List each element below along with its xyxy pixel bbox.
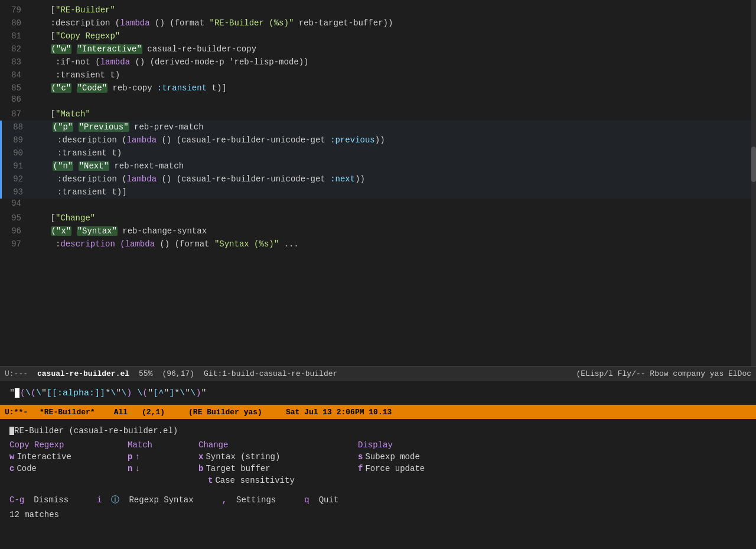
line-content: :if-not (lambda () (derived-mode-p 'reb-… [31,56,756,69]
key-n[interactable]: n [128,464,132,473]
code-line: 84 :transient t) [0,69,756,82]
arrow-up: ↑ [135,452,139,462]
quote-open: " [9,388,15,398]
code-line: 95 ["Change" [0,212,756,225]
line-content: :description (lambda () (format "RE-Buil… [31,17,756,30]
line-content: :description (lambda () (format "Syntax … [31,238,756,251]
rb-minor-modes: (RE Builder yas) [188,408,262,417]
line-content: :transient t) [32,147,756,160]
code-line: 86 [0,95,756,108]
key-s[interactable]: s [358,452,363,462]
key-x[interactable]: x [198,452,203,462]
desc-target: Target buffer [206,464,270,473]
key-i[interactable]: i [97,495,102,505]
section-copy-regexp: Copy Regexp [9,440,128,450]
desc-code: Code [17,464,37,473]
line-content: ("w" "Interactive" casual-re-builder-cop… [31,43,756,56]
regex-text: "(\(\"[[:alpha:]]*\"\) \("[^"]*\"\)" [9,388,206,398]
key-cg[interactable]: C-g [9,495,24,505]
line-number: 86 [0,95,31,104]
desc-settings: Settings [236,495,276,505]
matches-count: 12 matches [9,509,747,519]
line-content: ["Change" [31,212,756,225]
code-line: 89 :description (lambda () (casual-re-bu… [0,134,756,147]
cursor-block [9,427,14,435]
line-number: 88 [2,122,32,132]
desc-subexp: Subexp mode [365,452,419,462]
rb-mode: U:**- [5,408,28,417]
code-line: 79 ["RE-Builder" [0,4,756,17]
line-number: 85 [0,83,31,93]
rb-scroll: All [114,408,128,417]
cursor-block [15,388,19,398]
key-w[interactable]: w [9,452,14,462]
key-p[interactable]: p [128,452,132,462]
line-number: 89 [2,135,32,145]
line-number: 97 [0,239,31,249]
line-number: 84 [0,70,31,80]
key-comma[interactable]: , [222,495,227,505]
code-line: 83 :if-not (lambda () (derived-mode-p 'r… [0,56,756,69]
key-f[interactable]: f [358,464,363,473]
col-t: t Case sensitivity [198,476,358,485]
line-content: :transient t) [31,69,756,82]
line-number: 95 [0,213,31,223]
line-content: ("n" "Next" reb-next-match [32,160,756,173]
menu-row-1: w Interactive p ↑ x Syntax (string) s Su… [9,452,747,462]
line-number: 91 [2,161,32,171]
matches-text: 12 matches [9,510,59,519]
line-number: 96 [0,226,31,236]
line-number: 83 [0,57,31,67]
line-number: 80 [0,18,31,28]
code-line: 80 :description (lambda () (format "RE-B… [0,17,756,30]
code-line: 93 :transient t)] [0,186,756,199]
section-change: Change [198,440,358,450]
rx-parens: ( [20,388,25,398]
line-number: 90 [2,148,32,158]
rb-buffer: *RE-Builder* [40,408,95,417]
code-line: 88 ("p" "Previous" reb-prev-match [0,121,756,134]
code-line: 81 ["Copy Regexp" [0,30,756,43]
menu-footer: C-g Dismiss i ⓘ Regexp Syntax , Settings… [9,495,747,505]
code-line: 87 ["Match" [0,108,756,121]
editor-filename: casual-re-builder.el [37,369,129,378]
key-t[interactable]: t [208,476,213,485]
code-line: 92 :description (lambda () (casual-re-bu… [0,173,756,186]
editor-position: (96,17) [162,369,194,378]
col-w: w Interactive [9,452,128,462]
editor-mode: U:--- [5,369,28,378]
menu-row-2: c Code n ↓ b Target buffer f Force updat… [9,464,747,473]
desc-interactive: Interactive [17,452,71,462]
code-lines: 79 ["RE-Builder" 80 :description (lambda… [0,0,756,251]
scrollbar-thumb[interactable] [751,147,756,182]
line-content: :description (lambda () (casual-re-build… [32,134,756,147]
line-number: 94 [0,199,31,208]
code-line: 94 [0,199,756,212]
key-c[interactable]: c [9,464,14,473]
scrollbar[interactable] [751,0,756,366]
line-content: :description (lambda () (casual-re-build… [32,173,756,186]
rebuilder-panel: "(\(\"[[:alpha:]]*\"\) \("[^"]*\"\)" U:*… [0,381,756,549]
desc-dismiss: Dismiss [34,495,69,505]
line-number: 81 [0,31,31,41]
rb-position: (2,1) [142,408,165,417]
section-display: Display [358,440,476,450]
line-number: 93 [2,187,32,197]
line-content: ("c" "Code" reb-copy :transient t)] [31,82,756,95]
info-icon: ⓘ [111,495,119,505]
line-number: 82 [0,44,31,54]
key-q[interactable]: q [304,495,309,505]
rb-datetime: Sat Jul 13 2:06PM 10.13 [286,408,392,417]
key-b[interactable]: b [198,464,203,473]
col-b: b Target buffer [198,464,358,473]
col-n: n ↓ [128,464,198,473]
desc-regexp-syntax: Regexp Syntax [129,495,193,505]
desc-quit: Quit [319,495,339,505]
desc-syntax: Syntax (string) [206,452,280,462]
rb-left: U:**- *RE-Builder* All (2,1) (RE Builder… [5,408,751,417]
app-container: 79 ["RE-Builder" 80 :description (lambda… [0,0,756,549]
menu-row-3: t Case sensitivity [9,476,747,485]
code-line: 82 ("w" "Interactive" casual-re-builder-… [0,43,756,56]
code-line: 97 :description (lambda () (format "Synt… [0,238,756,251]
line-content: ("p" "Previous" reb-prev-match [32,121,756,134]
